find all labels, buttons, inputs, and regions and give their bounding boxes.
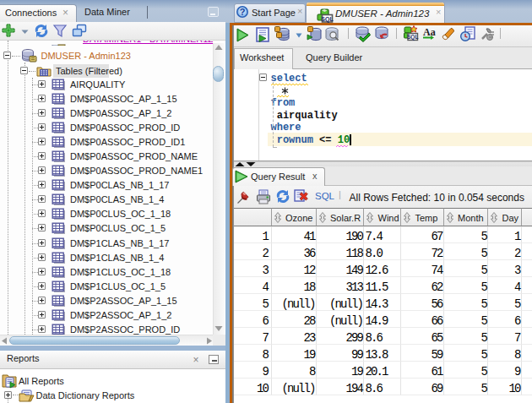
svg-text:Aa: Aa: [423, 26, 436, 38]
svg-text:SQL: SQL: [407, 34, 418, 41]
svg-text:?: ?: [240, 7, 246, 17]
svg-text:SQL: SQL: [321, 16, 334, 23]
